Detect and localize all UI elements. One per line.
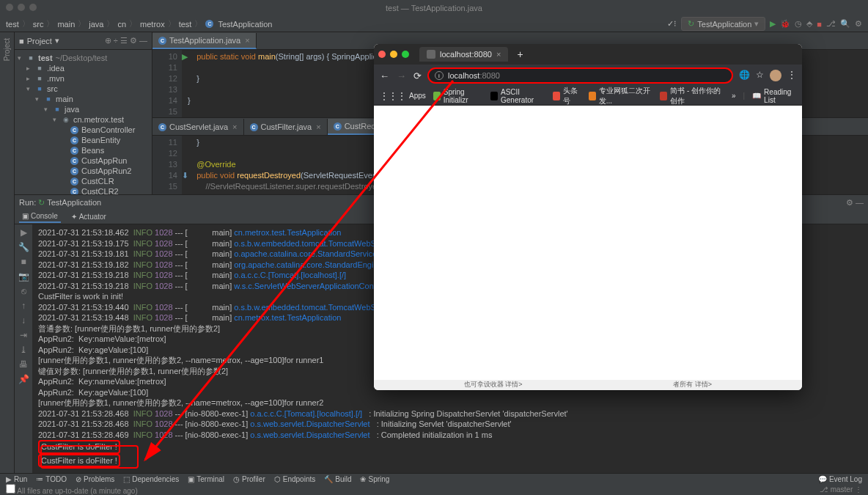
dump-icon[interactable]: 📷 bbox=[18, 271, 29, 282]
tree-root[interactable]: ▾■test ~/Desktop/test bbox=[15, 53, 152, 63]
browser-menu-icon[interactable]: ⋮ bbox=[787, 70, 796, 81]
run-button[interactable]: ▶ bbox=[770, 19, 776, 29]
event-log-button[interactable]: 💬 Event Log bbox=[818, 475, 862, 483]
bookmark-item[interactable]: 头条号 bbox=[553, 86, 581, 106]
run-tab[interactable]: ✦Actuator bbox=[68, 211, 109, 222]
profile-avatar[interactable] bbox=[770, 70, 781, 81]
bottom-tool-build[interactable]: 🔨Build bbox=[324, 475, 351, 483]
window-controls[interactable] bbox=[6, 4, 37, 11]
run-tab[interactable]: ▣Console bbox=[19, 210, 61, 223]
translate-icon[interactable]: 🌐 bbox=[739, 70, 750, 81]
bottom-tool-problems[interactable]: ⊘Problems bbox=[76, 475, 114, 483]
breadcrumb-item[interactable]: main bbox=[57, 20, 75, 29]
up-icon[interactable]: ↑ bbox=[18, 301, 29, 311]
debug-button[interactable]: 🐞 bbox=[780, 19, 790, 29]
bottom-tool-terminal[interactable]: ▣Terminal bbox=[188, 475, 224, 483]
forward-button[interactable]: → bbox=[397, 70, 406, 81]
bookmark-item[interactable]: 专业网狐二次开发... bbox=[589, 86, 652, 106]
tree-item[interactable]: ▾◉cn.metrox.test bbox=[15, 114, 152, 125]
bookmark-star-icon[interactable]: ☆ bbox=[756, 70, 764, 81]
tree-item[interactable]: ▾■java bbox=[15, 104, 152, 114]
bottom-tool-endpoints[interactable]: ⬡Endpoints bbox=[274, 475, 315, 483]
bottom-tool-dependencies[interactable]: ⬚Dependencies bbox=[123, 475, 179, 483]
run-label: Run: bbox=[19, 198, 36, 207]
bottom-tool-spring[interactable]: ❀Spring bbox=[360, 475, 389, 483]
coverage-button[interactable]: ◷ bbox=[795, 19, 802, 29]
bookmark-item[interactable]: ASCII Generator bbox=[490, 88, 545, 104]
bottom-tool-run[interactable]: ▶Run bbox=[6, 475, 27, 483]
browser-tab[interactable]: localhost:8080 × bbox=[419, 47, 508, 62]
browser-viewport[interactable] bbox=[374, 106, 802, 380]
close-tab-icon[interactable]: × bbox=[496, 50, 501, 59]
bookmark-item[interactable]: Spring Initializr bbox=[433, 88, 483, 104]
tree-item[interactable]: ▸■.idea bbox=[15, 63, 152, 73]
breadcrumb-item[interactable]: cn bbox=[117, 20, 126, 29]
editor-tab[interactable]: CCustServlet.java× bbox=[152, 119, 244, 135]
breadcrumb-item[interactable]: test bbox=[179, 20, 192, 29]
run-tool-icon[interactable]: 🔧 bbox=[18, 242, 29, 252]
tree-item[interactable]: CBeanEntity bbox=[15, 135, 152, 145]
tree-item[interactable]: CBeanController bbox=[15, 125, 152, 135]
console-line: 2021-07-31 21:53:28.469 INFO 1028 --- [n… bbox=[38, 430, 862, 441]
bookmark-item[interactable]: 简书 - 创作你的创作 bbox=[660, 86, 724, 106]
profile-button[interactable]: ⬘ bbox=[806, 19, 812, 29]
exit-icon[interactable]: ⎋ bbox=[18, 286, 29, 296]
pin-icon[interactable]: 📌 bbox=[18, 374, 29, 384]
scroll-end-icon[interactable]: ⤓ bbox=[18, 345, 29, 355]
search-icon[interactable]: 🔍 bbox=[840, 19, 850, 29]
browser-window: localhost:8080 × + ← → ⟳ i localhost:808… bbox=[374, 44, 802, 390]
stop-run-button[interactable]: ■ bbox=[18, 257, 29, 267]
breadcrumb-item[interactable]: metrox bbox=[140, 20, 165, 29]
reading-list-button[interactable]: 📖Reading List bbox=[752, 88, 796, 104]
tree-item[interactable]: CCustAppRun2 bbox=[15, 166, 152, 176]
breadcrumb[interactable]: test〉src〉main〉java〉cn〉metrox〉test〉CTestA… bbox=[6, 18, 272, 29]
bookmarks-overflow[interactable]: » bbox=[732, 92, 736, 100]
soft-wrap-icon[interactable]: ⇥ bbox=[18, 330, 29, 340]
tree-item[interactable]: ▸■.mvn bbox=[15, 73, 152, 84]
console-line: CustFilter is doFilter ! bbox=[38, 454, 862, 468]
browser-window-controls[interactable] bbox=[378, 51, 409, 58]
tree-item[interactable]: ▾■src bbox=[15, 84, 152, 94]
address-bar[interactable]: i localhost:8080 bbox=[427, 67, 733, 84]
reload-button[interactable]: ⟳ bbox=[413, 70, 422, 81]
project-panel-title[interactable]: ■ Project ▾ bbox=[19, 36, 59, 45]
breadcrumb-item[interactable]: test bbox=[6, 20, 19, 29]
tree-item[interactable]: CCustCLR bbox=[15, 176, 152, 186]
tree-item[interactable]: ▾■main bbox=[15, 94, 152, 104]
navigation-bar: test〉src〉main〉java〉cn〉metrox〉test〉CTestA… bbox=[0, 16, 868, 32]
bottom-tool-profiler[interactable]: ◷Profiler bbox=[233, 475, 265, 483]
settings-icon[interactable]: ⚙ bbox=[855, 19, 862, 29]
bottom-tool-todo[interactable]: ≔TODO bbox=[36, 475, 67, 483]
editor-tab[interactable]: CCustFilter.java× bbox=[244, 119, 328, 135]
project-tool-button[interactable]: Project bbox=[3, 38, 11, 61]
breadcrumb-item[interactable]: TestApplication bbox=[218, 20, 272, 29]
run-config-name: TestApplication bbox=[47, 198, 101, 207]
close-icon[interactable]: × bbox=[316, 122, 320, 131]
console-line: CustFilter is doFilter ! bbox=[38, 440, 862, 454]
stop-button[interactable]: ■ bbox=[817, 20, 822, 29]
git-button[interactable]: ⎇ bbox=[826, 19, 836, 29]
window-title: test — TestApplication.java bbox=[386, 4, 482, 12]
apps-button[interactable]: ⋮⋮⋮Apps bbox=[380, 91, 426, 101]
down-icon[interactable]: ↓ bbox=[18, 315, 29, 326]
rerun-button[interactable]: ▶ bbox=[18, 227, 29, 238]
breadcrumb-item[interactable]: src bbox=[33, 20, 44, 29]
console-line: 2021-07-31 21:53:28.468 INFO 1028 --- [n… bbox=[38, 408, 862, 419]
close-icon[interactable]: × bbox=[245, 36, 249, 45]
breadcrumb-item[interactable]: java bbox=[89, 20, 103, 29]
close-icon[interactable]: × bbox=[232, 122, 237, 131]
back-button[interactable]: ← bbox=[380, 70, 389, 81]
run-gutter: ▶ 🔧 ■ 📷 ⎋ ↑ ↓ ⇥ ⤓ 🖶 📌 bbox=[15, 224, 32, 473]
status-checkbox[interactable] bbox=[6, 484, 15, 494]
tree-item[interactable]: CCustAppRun bbox=[15, 155, 152, 166]
project-panel-tools[interactable]: ⊕ ÷ ☰ ⚙ — bbox=[105, 36, 147, 45]
run-panel-tools[interactable]: ⚙ — bbox=[846, 198, 864, 208]
build-icon[interactable]: ✓⁝ bbox=[667, 19, 677, 29]
editor-tab[interactable]: CTestApplication.java× bbox=[152, 33, 257, 49]
tree-item[interactable]: CBeans bbox=[15, 145, 152, 155]
print-icon[interactable]: 🖶 bbox=[18, 359, 29, 370]
status-text: All files are up-to-date (a minute ago) bbox=[17, 487, 138, 495]
site-info-icon[interactable]: i bbox=[435, 71, 444, 80]
new-tab-button[interactable]: + bbox=[512, 48, 527, 60]
run-config-selector[interactable]: ↻ TestApplication ▾ bbox=[681, 17, 765, 31]
